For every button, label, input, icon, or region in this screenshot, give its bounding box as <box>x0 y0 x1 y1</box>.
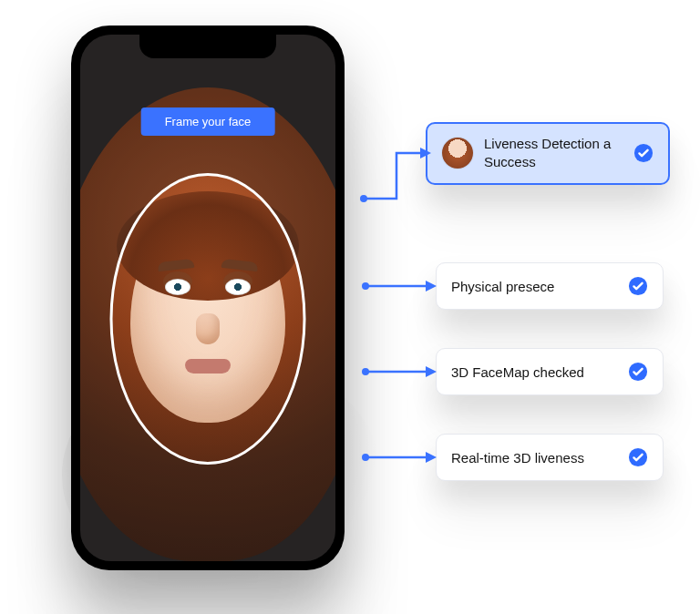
face-oval-guide <box>110 173 306 465</box>
card-title: Physical presece <box>451 279 554 294</box>
svg-point-14 <box>362 454 369 461</box>
arrow-icon <box>360 446 438 468</box>
check-icon <box>628 447 648 467</box>
realtime-3d-liveness-card: Real-time 3D liveness <box>436 434 664 481</box>
frame-face-label: Frame your face <box>141 107 275 136</box>
arrow-icon <box>360 361 438 383</box>
svg-point-11 <box>362 368 369 375</box>
facemap-checked-card: 3D FaceMap checked <box>436 348 664 395</box>
liveness-success-card: Liveness Detection a Success <box>426 122 670 185</box>
svg-point-5 <box>360 195 367 202</box>
svg-point-8 <box>362 282 369 290</box>
card-title: 3D FaceMap checked <box>451 364 584 380</box>
check-icon <box>633 143 654 163</box>
physical-presence-card: Physical presece <box>436 262 664 310</box>
avatar <box>442 138 473 169</box>
phone-mockup: Frame your face <box>71 26 345 570</box>
card-title: Real-time 3D liveness <box>451 450 584 466</box>
arrow-icon <box>360 275 438 297</box>
phone-notch <box>139 35 276 58</box>
check-icon <box>628 362 648 382</box>
arrow-icon <box>360 144 433 208</box>
check-icon <box>628 276 648 296</box>
phone-screen: Frame your face <box>80 35 335 561</box>
liveness-success-title: Liveness Detection a Success <box>484 135 633 172</box>
